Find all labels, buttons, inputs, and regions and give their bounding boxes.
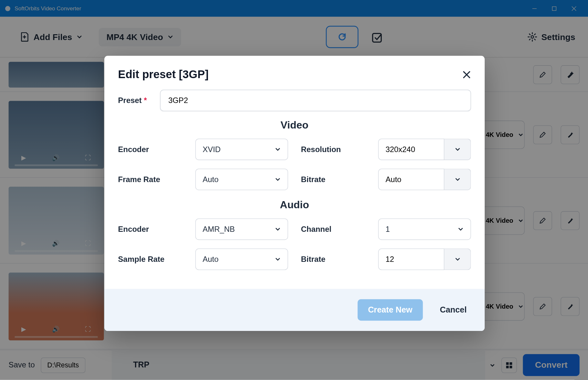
cancel-button[interactable]: Cancel xyxy=(436,299,471,321)
framerate-select[interactable]: Auto xyxy=(195,169,288,190)
preset-label: Preset * xyxy=(118,96,155,105)
close-icon xyxy=(462,70,471,79)
chevron-down-icon xyxy=(275,146,281,152)
chevron-down-icon xyxy=(275,256,281,262)
channel-select[interactable]: 1 xyxy=(378,219,471,240)
chevron-down-icon xyxy=(275,226,281,232)
samplerate-select[interactable]: Auto xyxy=(195,249,288,270)
chevron-down-icon xyxy=(454,146,460,152)
channel-label: Channel xyxy=(301,225,374,234)
resolution-dropdown-button[interactable] xyxy=(444,139,471,160)
resolution-input[interactable]: 320x240 xyxy=(378,139,444,160)
audio-section-title: Audio xyxy=(118,199,471,211)
preset-name-input[interactable] xyxy=(160,90,471,111)
video-bitrate-dropdown-button[interactable] xyxy=(444,169,471,190)
resolution-label: Resolution xyxy=(301,145,374,154)
video-bitrate-input[interactable]: Auto xyxy=(378,169,444,190)
audio-encoder-select[interactable]: AMR_NB xyxy=(195,219,288,240)
chevron-down-icon xyxy=(275,176,281,182)
samplerate-label: Sample Rate xyxy=(118,255,191,264)
chevron-down-icon xyxy=(454,256,460,262)
modal-title: Edit preset [3GP] xyxy=(118,68,462,81)
audio-bitrate-dropdown-button[interactable] xyxy=(444,249,471,270)
video-encoder-select[interactable]: XVID xyxy=(195,139,288,160)
audio-encoder-label: Encoder xyxy=(118,225,191,234)
video-encoder-label: Encoder xyxy=(118,145,191,154)
framerate-label: Frame Rate xyxy=(118,175,191,184)
video-bitrate-label: Bitrate xyxy=(301,175,374,184)
audio-bitrate-input[interactable]: 12 xyxy=(378,249,444,270)
audio-bitrate-label: Bitrate xyxy=(301,255,374,264)
create-new-button[interactable]: Create New xyxy=(358,299,423,321)
close-modal-button[interactable] xyxy=(462,70,471,79)
chevron-down-icon xyxy=(454,176,460,182)
video-section-title: Video xyxy=(118,119,471,131)
edit-preset-modal: Edit preset [3GP] Preset * Video Encoder… xyxy=(104,56,485,331)
chevron-down-icon xyxy=(458,226,464,232)
